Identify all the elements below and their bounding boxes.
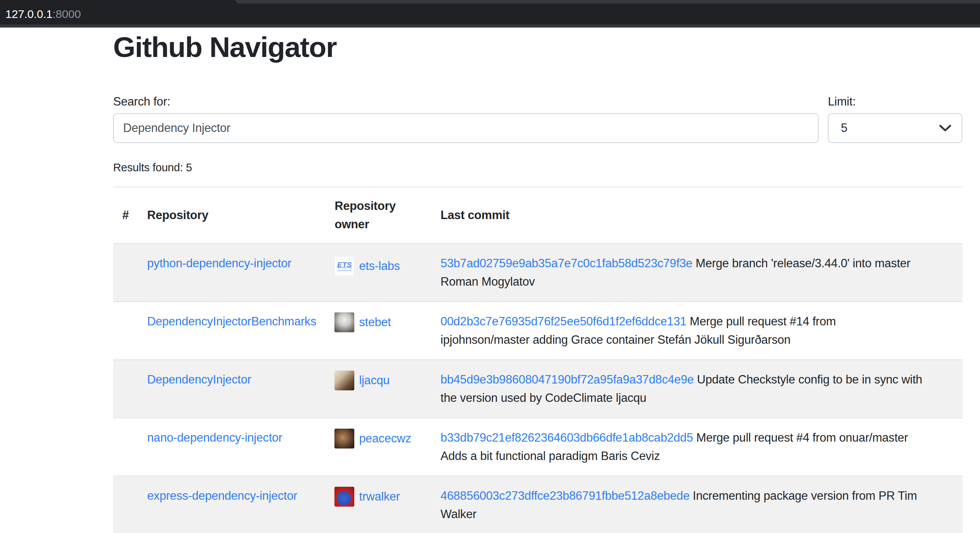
owner-avatar bbox=[334, 429, 354, 448]
commit-hash-link[interactable]: 468856003c273dffce23b86791fbbe512a8ebede bbox=[440, 489, 690, 502]
row-index-cell bbox=[113, 302, 138, 360]
row-index-cell bbox=[113, 244, 138, 302]
repo-link[interactable]: DependencyInjectorBenchmarks bbox=[147, 315, 316, 328]
browser-url-bar[interactable]: 127.0.0.1:8000 bbox=[0, 3, 980, 24]
commit-hash-link[interactable]: 00d2b3c7e76935d76f25ee50f6d1f2ef6ddce131 bbox=[440, 315, 686, 328]
owner-link[interactable]: ljacqu bbox=[359, 371, 389, 390]
owner-avatar bbox=[334, 312, 354, 332]
repo-link[interactable]: python-dependency-injector bbox=[147, 257, 291, 270]
table-header-row: # Repository Repository owner Last commi… bbox=[113, 187, 962, 244]
owner-link[interactable]: trwalker bbox=[359, 487, 400, 506]
owner-avatar bbox=[334, 370, 354, 390]
row-index-cell bbox=[113, 418, 138, 476]
row-index-cell bbox=[113, 476, 138, 533]
repo-link[interactable]: DependencyInjector bbox=[147, 373, 251, 386]
owner-link[interactable]: ets-labs bbox=[359, 257, 400, 275]
browser-bar-bottom-edge bbox=[0, 24, 980, 28]
limit-select[interactable]: 5 bbox=[828, 113, 962, 143]
header-index: # bbox=[113, 187, 138, 244]
owner-link[interactable]: stebet bbox=[359, 313, 391, 332]
url-port: :8000 bbox=[52, 8, 81, 21]
search-input[interactable] bbox=[113, 113, 819, 143]
commit-hash-link[interactable]: b33db79c21ef8262364603db66dfe1ab8cab2dd5 bbox=[440, 431, 693, 444]
limit-selected-value: 5 bbox=[841, 121, 847, 135]
header-last-commit: Last commit bbox=[431, 187, 962, 244]
search-form: Search for: Limit: 5 bbox=[113, 94, 962, 143]
header-repository: Repository bbox=[138, 187, 325, 244]
page-title: Github Navigator bbox=[113, 30, 962, 64]
header-repository-owner: Repository owner bbox=[325, 187, 431, 244]
table-row: DependencyInjector ljacqu bb45d9e3b98608… bbox=[113, 360, 962, 418]
table-row: express-dependency-injector trwalker 468… bbox=[113, 476, 962, 533]
owner-avatar: ETS bbox=[334, 256, 354, 276]
commit-hash-link[interactable]: bb45d9e3b98608047190bf72a95fa9a37d8c4e9e bbox=[440, 373, 694, 386]
results-count: Results found: 5 bbox=[113, 160, 962, 175]
owner-avatar bbox=[334, 487, 354, 507]
repo-link[interactable]: nano-dependency-injector bbox=[147, 431, 282, 444]
table-row: python-dependency-injector ETS ets-labs … bbox=[113, 244, 962, 302]
limit-label: Limit: bbox=[828, 94, 962, 109]
commit-hash-link[interactable]: 53b7ad02759e9ab35a7e7c0c1fab58d523c79f3e bbox=[440, 257, 692, 270]
chevron-down-icon bbox=[939, 124, 952, 132]
results-table: # Repository Repository owner Last commi… bbox=[113, 187, 962, 533]
owner-link[interactable]: peacecwz bbox=[359, 429, 411, 448]
repo-link[interactable]: express-dependency-injector bbox=[147, 489, 297, 502]
browser-top-bar: 127.0.0.1:8000 bbox=[0, 0, 980, 28]
row-index-cell bbox=[113, 360, 138, 418]
browser-active-tab bbox=[0, 0, 237, 3]
table-row: nano-dependency-injector peacecwz b33db7… bbox=[113, 418, 962, 476]
avatar-logo-text: ETS bbox=[337, 261, 352, 269]
table-row: DependencyInjectorBenchmarks stebet 00d2… bbox=[113, 302, 962, 360]
url-host: 127.0.0.1 bbox=[5, 8, 52, 21]
main-content: Github Navigator Search for: Limit: 5 Re… bbox=[113, 30, 962, 533]
search-label: Search for: bbox=[113, 94, 819, 109]
